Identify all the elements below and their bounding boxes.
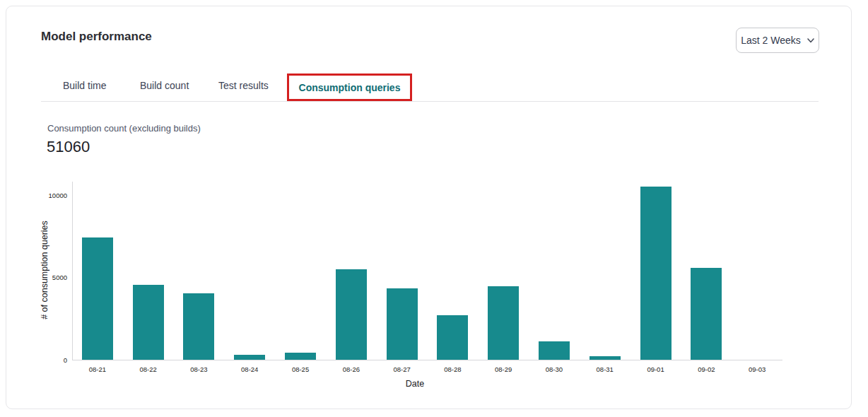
x-tick-label: 09-03 bbox=[732, 365, 782, 373]
x-tick-label: 08-26 bbox=[326, 365, 377, 373]
bar-08-26[interactable] bbox=[336, 269, 367, 360]
bar-08-23[interactable] bbox=[183, 293, 214, 360]
bar-08-21[interactable] bbox=[82, 237, 113, 360]
bar-08-31[interactable] bbox=[590, 356, 621, 360]
x-tick-label: 08-25 bbox=[275, 365, 326, 373]
x-tick-label: 08-21 bbox=[72, 365, 123, 373]
consumption-queries-bar-chart: Date # of consumption queries 0500010000… bbox=[6, 6, 851, 409]
bar-08-25[interactable] bbox=[285, 353, 316, 360]
model-performance-card: Model performance Last 2 Weeks Build tim… bbox=[6, 6, 852, 409]
x-tick-label: 08-28 bbox=[428, 365, 479, 373]
bar-08-24[interactable] bbox=[234, 355, 265, 360]
bar-08-30[interactable] bbox=[539, 341, 570, 360]
x-tick-label: 09-02 bbox=[681, 365, 732, 373]
x-tick-label: 08-29 bbox=[478, 365, 529, 373]
bar-08-22[interactable] bbox=[133, 285, 164, 360]
bar-09-01[interactable] bbox=[640, 187, 671, 360]
bar-09-02[interactable] bbox=[691, 268, 722, 360]
x-axis-line bbox=[72, 360, 782, 360]
y-axis-line bbox=[72, 182, 73, 360]
y-tick-label: 0 bbox=[30, 356, 67, 364]
x-tick-label: 08-24 bbox=[224, 365, 275, 373]
x-axis-title: Date bbox=[61, 379, 768, 389]
x-tick-label: 08-31 bbox=[580, 365, 631, 373]
x-tick-label: 09-01 bbox=[631, 365, 681, 373]
x-tick-label: 08-22 bbox=[123, 365, 174, 373]
x-tick-label: 08-23 bbox=[174, 365, 225, 373]
y-tick-label: 5000 bbox=[30, 274, 67, 281]
bar-08-27[interactable] bbox=[387, 288, 418, 360]
y-tick-label: 10000 bbox=[30, 192, 67, 199]
x-tick-label: 08-27 bbox=[377, 365, 428, 373]
bar-08-29[interactable] bbox=[488, 286, 519, 360]
x-tick-label: 08-30 bbox=[529, 365, 580, 373]
bar-08-28[interactable] bbox=[437, 315, 468, 360]
